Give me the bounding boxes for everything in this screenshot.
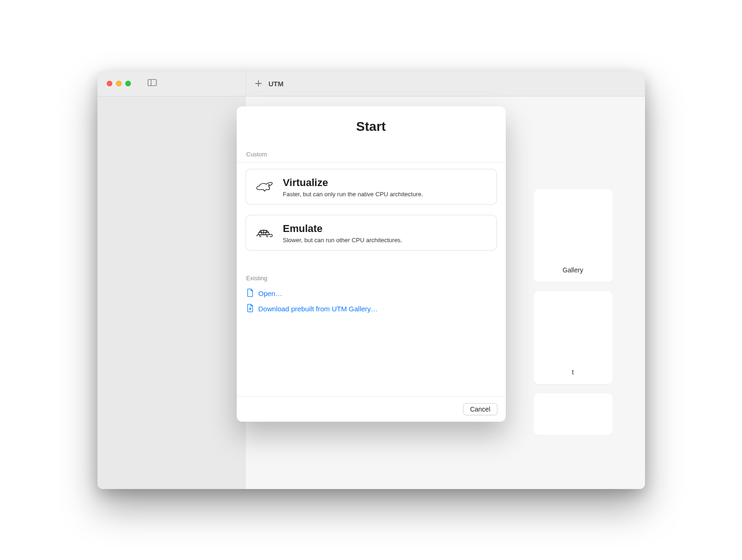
start-sheet: Start Custom Virtualize Faster, but can … — [237, 106, 506, 422]
close-window-button[interactable] — [107, 81, 112, 86]
section-custom-label: Custom — [245, 142, 497, 162]
minimize-window-button[interactable] — [116, 81, 122, 86]
sidebar — [97, 97, 246, 489]
sheet-title: Start — [237, 106, 506, 142]
option-emulate[interactable]: Emulate Slower, but can run other CPU ar… — [245, 215, 497, 251]
download-gallery-link[interactable]: Download prebuilt from UTM Gallery… — [245, 301, 497, 316]
option-emulate-title: Emulate — [283, 223, 402, 235]
open-link-label: Open… — [258, 290, 283, 297]
welcome-tile-label: Gallery — [562, 266, 583, 274]
welcome-tile-extra[interactable] — [534, 393, 613, 435]
welcome-tile-label: t — [572, 368, 574, 376]
zoom-window-button[interactable] — [125, 81, 131, 86]
option-virtualize[interactable]: Virtualize Faster, but can only run the … — [245, 169, 497, 205]
tortoise-icon — [254, 223, 275, 239]
titlebar: UTM — [97, 71, 645, 97]
svg-rect-0 — [148, 79, 156, 85]
cancel-button[interactable]: Cancel — [463, 403, 497, 415]
option-text: Emulate Slower, but can run other CPU ar… — [283, 223, 402, 244]
sheet-body: Custom Virtualize Faster, but can only r… — [237, 142, 506, 396]
traffic-lights — [107, 81, 131, 86]
welcome-tile-gallery[interactable]: Gallery — [534, 189, 613, 282]
option-emulate-desc: Slower, but can run other CPU architectu… — [283, 237, 402, 244]
hare-icon — [254, 177, 275, 193]
welcome-tile-support[interactable]: t — [534, 291, 613, 384]
titlebar-left — [97, 71, 246, 96]
download-gallery-link-label: Download prebuilt from UTM Gallery… — [258, 305, 378, 313]
add-button[interactable] — [255, 80, 262, 87]
app-window: UTM Gallery t Start Custom — [97, 71, 645, 489]
toolbar: UTM — [246, 71, 645, 96]
app-title: UTM — [269, 80, 284, 88]
svg-point-4 — [269, 184, 269, 185]
document-icon — [246, 289, 254, 298]
download-document-icon — [246, 304, 254, 314]
option-virtualize-desc: Faster, but can only run the native CPU … — [283, 191, 423, 198]
option-virtualize-title: Virtualize — [283, 177, 423, 189]
open-link[interactable]: Open… — [245, 286, 497, 301]
section-existing-label: Existing — [245, 261, 497, 286]
option-text: Virtualize Faster, but can only run the … — [283, 177, 423, 198]
sidebar-toggle-icon[interactable] — [148, 79, 157, 88]
divider — [237, 162, 506, 162]
sheet-footer: Cancel — [237, 396, 506, 422]
